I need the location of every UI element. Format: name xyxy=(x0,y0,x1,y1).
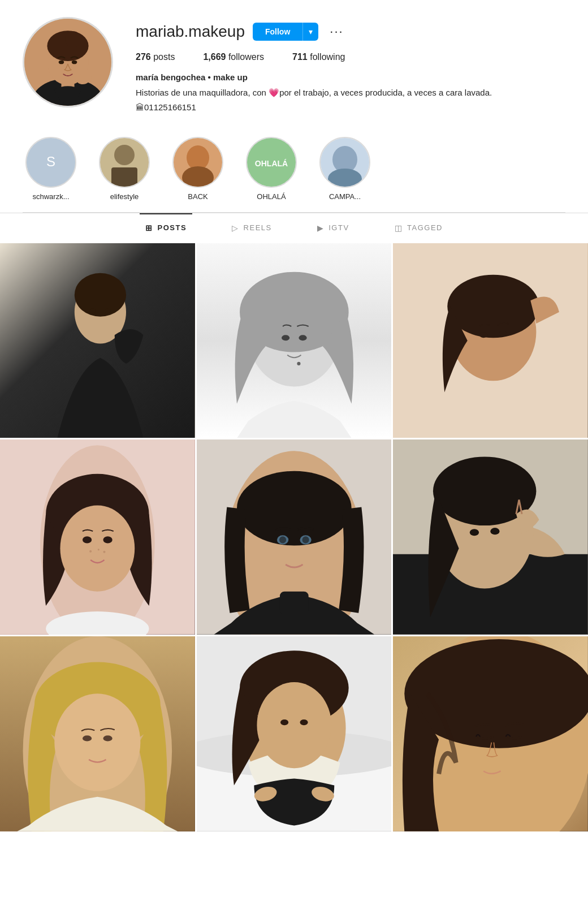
post-thumbnail xyxy=(197,243,392,438)
svg-point-53 xyxy=(279,536,286,543)
highlight-label: OHLALÁ xyxy=(257,192,286,201)
svg-point-44 xyxy=(89,550,92,553)
svg-point-45 xyxy=(98,549,100,550)
post-thumbnail xyxy=(393,243,588,438)
phone-icon: 🏛 xyxy=(136,102,144,112)
svg-point-6 xyxy=(59,61,64,64)
highlight-item[interactable]: CAMPA... xyxy=(317,137,373,201)
chevron-down-icon: ▾ xyxy=(309,27,313,36)
avatar-container xyxy=(23,17,113,107)
grid-item[interactable] xyxy=(0,636,195,831)
bio-section: maría bengochea • make up Historias de u… xyxy=(136,71,565,114)
svg-point-37 xyxy=(499,331,507,337)
highlight-circle: S xyxy=(25,137,76,188)
svg-point-66 xyxy=(83,735,92,741)
grid-item[interactable] xyxy=(197,636,392,831)
igtv-icon: ▶ xyxy=(317,223,325,232)
svg-rect-13 xyxy=(111,167,137,187)
highlight-circle xyxy=(319,137,370,188)
svg-text:OHLALÁ: OHLALÁ xyxy=(255,159,288,168)
tab-posts-label: POSTS xyxy=(158,223,187,232)
followers-label: followers xyxy=(228,52,264,62)
highlight-circle: OHLALÁ xyxy=(246,137,297,188)
svg-point-30 xyxy=(282,335,289,341)
highlight-circle xyxy=(172,137,223,188)
svg-point-24 xyxy=(75,273,126,316)
followers-stat[interactable]: 1,669 followers xyxy=(203,52,264,62)
follow-button[interactable]: Follow xyxy=(253,23,302,41)
svg-point-60 xyxy=(470,529,479,536)
tab-tagged-label: TAGGED xyxy=(407,223,443,232)
bio-text: Historias de una maquilladora, con 💗por … xyxy=(136,87,565,100)
highlight-item[interactable]: elifestyle xyxy=(96,137,153,201)
svg-point-54 xyxy=(302,536,309,543)
svg-point-32 xyxy=(297,361,300,365)
more-options-button[interactable]: ··· xyxy=(326,24,347,39)
tab-igtv-label: IGTV xyxy=(328,223,349,232)
grid-item[interactable] xyxy=(0,439,195,635)
highlight-item[interactable]: OHLALÁ OHLALÁ xyxy=(243,137,300,201)
svg-point-74 xyxy=(280,719,288,725)
svg-point-43 xyxy=(103,536,112,543)
grid-item[interactable] xyxy=(393,243,588,438)
follow-dropdown-button[interactable]: ▾ xyxy=(302,23,318,41)
svg-point-12 xyxy=(114,145,135,165)
tab-tagged[interactable]: ◫ TAGGED xyxy=(389,213,448,242)
tabs-section: ⊞ POSTS ▷ REELS ▶ IGTV ◫ TAGGED xyxy=(0,213,588,242)
following-stat[interactable]: 711 following xyxy=(292,52,345,62)
svg-point-31 xyxy=(299,335,306,341)
posts-count: 276 xyxy=(136,52,151,62)
username: mariab.makeup xyxy=(136,23,245,41)
highlight-item[interactable]: BACK xyxy=(170,137,226,201)
svg-text:S: S xyxy=(46,154,55,169)
post-thumbnail xyxy=(197,636,392,831)
profile-info: mariab.makeup Follow ▾ ··· 276 posts 1,6… xyxy=(136,17,565,114)
bio-phone: 🏛01125166151 xyxy=(136,101,565,114)
posts-grid xyxy=(0,243,588,831)
highlights-section: S schwarzk... elifestyle BACK xyxy=(0,126,588,212)
tagged-icon: ◫ xyxy=(395,223,403,232)
tab-igtv[interactable]: ▶ IGTV xyxy=(312,213,355,242)
highlight-label: elifestyle xyxy=(110,192,139,201)
highlight-item[interactable]: S schwarzk... xyxy=(23,137,79,201)
username-row: mariab.makeup Follow ▾ ··· xyxy=(136,23,565,41)
grid-item[interactable] xyxy=(0,243,195,438)
posts-label: posts xyxy=(153,52,175,62)
stats-row: 276 posts 1,669 followers 711 following xyxy=(136,52,565,62)
svg-point-65 xyxy=(54,693,140,791)
grid-item[interactable] xyxy=(393,439,588,635)
avatar[interactable] xyxy=(23,17,113,107)
post-thumbnail xyxy=(0,636,195,831)
posts-stat[interactable]: 276 posts xyxy=(136,52,175,62)
highlight-label: BACK xyxy=(188,192,207,201)
highlight-label: schwarzk... xyxy=(32,192,69,201)
post-thumbnail xyxy=(0,439,195,635)
phone-number: 01125166151 xyxy=(144,102,196,112)
grid-item[interactable] xyxy=(393,636,588,831)
svg-point-50 xyxy=(237,471,352,546)
svg-point-36 xyxy=(479,332,487,338)
grid-item[interactable] xyxy=(197,243,392,438)
followers-count: 1,669 xyxy=(203,52,226,62)
follow-btn-group: Follow ▾ xyxy=(253,23,318,41)
svg-point-7 xyxy=(72,61,77,64)
grid-icon: ⊞ xyxy=(145,223,153,232)
svg-point-25 xyxy=(90,308,96,313)
svg-point-61 xyxy=(491,528,500,535)
svg-point-5 xyxy=(65,31,81,48)
tab-reels[interactable]: ▷ REELS xyxy=(226,213,278,242)
svg-point-73 xyxy=(257,682,331,768)
following-count: 711 xyxy=(292,52,308,62)
post-thumbnail xyxy=(393,439,588,635)
reels-icon: ▷ xyxy=(232,223,239,232)
highlight-label: CAMPA... xyxy=(329,192,361,201)
grid-item[interactable] xyxy=(197,439,392,635)
profile-section: mariab.makeup Follow ▾ ··· 276 posts 1,6… xyxy=(0,0,588,126)
svg-point-75 xyxy=(300,719,308,725)
tab-posts[interactable]: ⊞ POSTS xyxy=(140,213,192,242)
following-label: following xyxy=(310,52,345,62)
svg-point-46 xyxy=(103,551,105,553)
svg-point-26 xyxy=(105,308,111,313)
post-thumbnail xyxy=(393,636,588,831)
post-thumbnail xyxy=(0,243,195,438)
